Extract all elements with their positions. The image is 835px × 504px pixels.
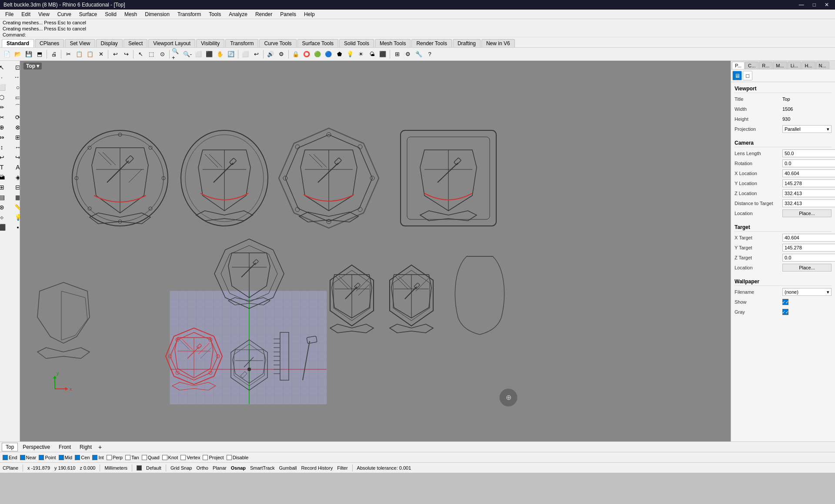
- mesh-tool[interactable]: ▤: [0, 192, 10, 202]
- panel-monitor-icon[interactable]: 🖥: [732, 71, 742, 80]
- menu-view[interactable]: View: [35, 10, 53, 18]
- undo-btn[interactable]: ↩: [110, 49, 120, 60]
- tab-mesh-tools[interactable]: Mesh Tools: [375, 39, 411, 47]
- command-line[interactable]: Command:: [3, 32, 832, 38]
- trim-tool[interactable]: ✂: [0, 113, 10, 122]
- print-btn[interactable]: 🖨: [49, 49, 59, 60]
- tab-surface-tools[interactable]: Surface Tools: [297, 39, 339, 47]
- distance-input[interactable]: [782, 199, 835, 207]
- history-tool[interactable]: ⬛: [0, 222, 10, 232]
- tab-select[interactable]: Select: [124, 39, 147, 47]
- pan-btn[interactable]: ✋: [215, 49, 225, 60]
- snap-vertex[interactable]: Vertex: [180, 455, 200, 460]
- status-smarttrack[interactable]: SmartTrack: [250, 465, 274, 471]
- snap-near[interactable]: Near: [20, 455, 37, 460]
- osnap-toggle-btn[interactable]: 🔒: [291, 49, 301, 60]
- cut-btn[interactable]: ✂: [63, 49, 73, 60]
- incremental-save-btn[interactable]: ⬒: [34, 49, 45, 60]
- surface-tool[interactable]: 🏔: [0, 172, 10, 182]
- redo-btn[interactable]: ↪: [121, 49, 131, 60]
- x-target-input[interactable]: [782, 234, 835, 242]
- new-btn[interactable]: 📄: [2, 49, 12, 60]
- open-btn[interactable]: 📂: [13, 49, 23, 60]
- snap-end[interactable]: End: [3, 455, 17, 460]
- rotate-tool[interactable]: ↩: [0, 153, 10, 162]
- status-filter[interactable]: Filter: [337, 465, 347, 471]
- panel-tab-c[interactable]: C...: [745, 62, 758, 69]
- dim-tool[interactable]: A: [10, 162, 20, 172]
- lights-btn[interactable]: 💡: [345, 49, 355, 60]
- layer-mgr-btn[interactable]: ⭕: [301, 49, 312, 60]
- menu-tools[interactable]: Tools: [205, 10, 224, 18]
- projection-dropdown[interactable]: Parallel ▾: [782, 125, 832, 133]
- gumball-btn[interactable]: ⊞: [392, 49, 402, 60]
- snap-disable-checkbox[interactable]: [227, 455, 232, 460]
- panel-tab-m[interactable]: M...: [773, 62, 787, 69]
- viewport-layout-btn[interactable]: ⬜: [240, 49, 250, 60]
- lasso-btn[interactable]: ⊙: [157, 49, 167, 60]
- tab-curve-tools[interactable]: Curve Tools: [259, 39, 296, 47]
- extend-tool[interactable]: ⟳: [10, 113, 20, 122]
- circle-tool[interactable]: ○: [10, 83, 20, 92]
- copy-btn[interactable]: 📋: [74, 49, 84, 60]
- texture-btn[interactable]: ⬟: [334, 49, 344, 60]
- mirror-tool[interactable]: ⇔: [0, 133, 10, 142]
- snap-tan-checkbox[interactable]: [125, 455, 130, 460]
- tab-standard[interactable]: Standard: [2, 39, 34, 47]
- panel-tab-h[interactable]: H...: [802, 62, 815, 69]
- patch-tool[interactable]: ▦: [10, 192, 20, 202]
- tab-display[interactable]: Display: [96, 39, 123, 47]
- snap-perp[interactable]: Perp: [107, 455, 123, 460]
- panel-tab-properties[interactable]: P...: [732, 62, 745, 69]
- snap-cen[interactable]: Cen: [75, 455, 90, 460]
- line-tool[interactable]: ⬜: [0, 83, 10, 92]
- copy-tool[interactable]: ↪: [10, 153, 20, 162]
- maximize-button[interactable]: □: [810, 2, 818, 8]
- render-preview-btn[interactable]: ⚙: [276, 49, 287, 60]
- menu-surface[interactable]: Surface: [76, 10, 100, 18]
- 3d-rotate-btn[interactable]: ↩: [251, 49, 261, 60]
- rotation-input[interactable]: [782, 159, 835, 167]
- workspace-btn[interactable]: 🔧: [414, 49, 424, 60]
- scale-tool[interactable]: ↔: [10, 143, 20, 152]
- env-btn[interactable]: 🔵: [323, 49, 334, 60]
- zoom-extents-btn[interactable]: ⬜: [193, 49, 204, 60]
- tab-new-in-v6[interactable]: New in V6: [481, 39, 515, 47]
- save-btn[interactable]: 💾: [23, 49, 34, 60]
- lens-length-input[interactable]: [782, 149, 835, 157]
- zoom-in-btn[interactable]: 🔍+: [171, 49, 182, 60]
- status-ortho[interactable]: Ortho: [196, 465, 208, 471]
- move-tool[interactable]: ↕: [0, 143, 10, 152]
- menu-help[interactable]: Help: [301, 10, 318, 18]
- zoom-out-btn[interactable]: 🔍-: [182, 49, 193, 60]
- menu-file[interactable]: File: [2, 10, 17, 18]
- polygon-tool[interactable]: ⬡: [0, 93, 10, 102]
- tab-viewport-layout[interactable]: Viewport Layout: [148, 39, 195, 47]
- tab-set-view[interactable]: Set View: [65, 39, 95, 47]
- offset-tool[interactable]: ⊕: [0, 123, 10, 132]
- show-checkbox[interactable]: ✓: [782, 299, 788, 305]
- tab-transform[interactable]: Transform: [225, 39, 258, 47]
- sphere-tool[interactable]: ⊟: [10, 182, 20, 192]
- minimize-button[interactable]: —: [796, 2, 807, 8]
- settings-btn[interactable]: ⚙: [403, 49, 413, 60]
- snap-end-checkbox[interactable]: [3, 455, 8, 460]
- help-btn[interactable]: ?: [424, 49, 435, 60]
- fillet-tool[interactable]: ⊗: [10, 123, 20, 132]
- snap-point-checkbox[interactable]: [39, 455, 44, 460]
- viewport-label[interactable]: Top ▾: [23, 63, 42, 70]
- snap-int[interactable]: Int: [92, 455, 104, 460]
- status-grid-snap[interactable]: Grid Snap: [170, 465, 192, 471]
- menu-render[interactable]: Render: [252, 10, 276, 18]
- ground-plane-btn[interactable]: ⬛: [377, 49, 388, 60]
- panel-tab-n[interactable]: N...: [816, 62, 829, 69]
- freeform-tool[interactable]: ✏: [0, 103, 10, 112]
- menu-solid[interactable]: Solid: [101, 10, 120, 18]
- menu-mesh[interactable]: Mesh: [121, 10, 140, 18]
- viewport-tab-right[interactable]: Right: [76, 443, 96, 451]
- close-button[interactable]: ✕: [822, 2, 832, 8]
- render-tool[interactable]: ⟐: [0, 212, 10, 222]
- snap-perp-checkbox[interactable]: [107, 455, 112, 460]
- point-cloud-tool[interactable]: ⋯: [10, 73, 20, 82]
- point-tool[interactable]: ·: [0, 73, 10, 82]
